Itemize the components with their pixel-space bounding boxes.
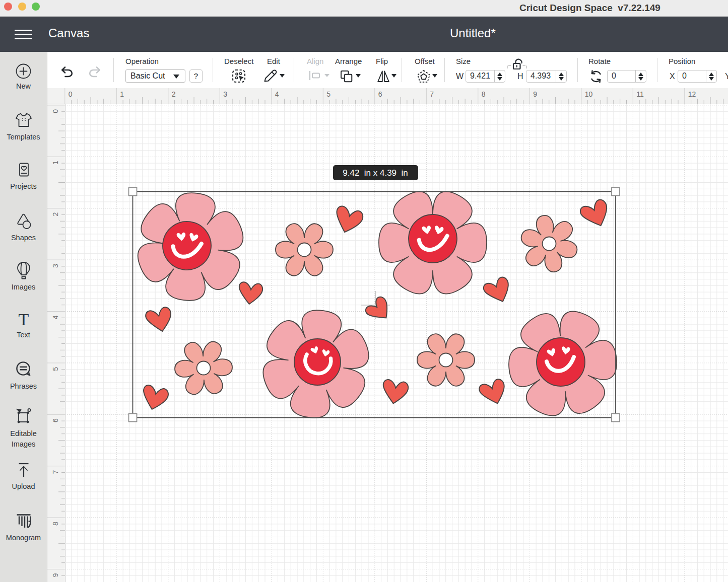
svg-text:6: 6	[51, 418, 59, 422]
svg-text:2: 2	[172, 90, 176, 98]
svg-text:1: 1	[120, 90, 124, 98]
svg-text:7: 7	[430, 90, 434, 98]
svg-text:T: T	[18, 312, 29, 327]
svg-text:11: 11	[636, 90, 644, 98]
svg-text:9: 9	[51, 573, 59, 577]
svg-text:0: 0	[69, 90, 73, 98]
svg-text:4: 4	[51, 315, 59, 319]
svg-text:9.42 in x 4.39 in: 9.42 in x 4.39 in	[343, 168, 408, 178]
svg-text:3: 3	[223, 90, 227, 98]
svg-text:6: 6	[378, 90, 382, 98]
svg-text:5: 5	[51, 367, 59, 371]
svg-text:8: 8	[51, 522, 59, 526]
svg-text:2: 2	[51, 212, 59, 216]
svg-text:1: 1	[51, 161, 59, 165]
svg-text:12: 12	[688, 90, 696, 98]
svg-text:0: 0	[51, 109, 59, 113]
svg-text:4: 4	[275, 90, 279, 98]
svg-text:9: 9	[533, 90, 537, 98]
svg-text:5: 5	[326, 90, 330, 98]
svg-text:7: 7	[51, 470, 59, 474]
svg-text:8: 8	[482, 90, 486, 98]
svg-text:10: 10	[585, 90, 593, 98]
svg-text:3: 3	[51, 264, 59, 268]
